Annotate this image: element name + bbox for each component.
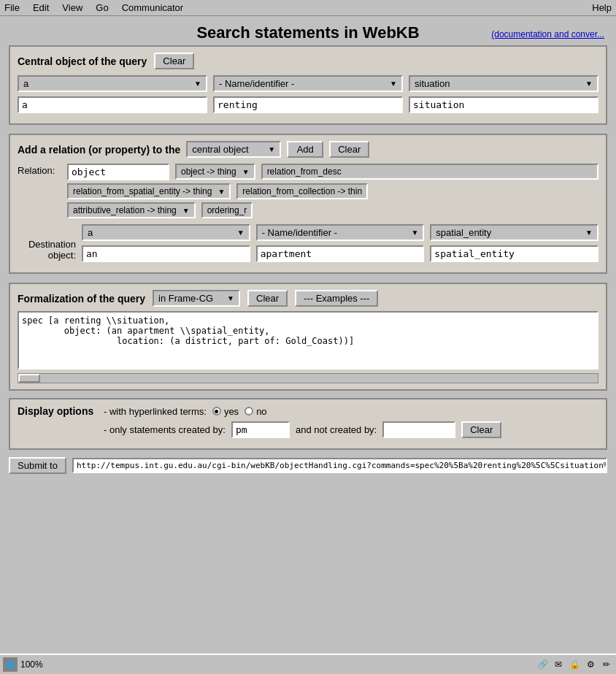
relation-from-desc-dropdown[interactable]: relation_from_desc <box>261 164 598 180</box>
chevron-down-icon: ▼ <box>182 207 190 215</box>
horizontal-scrollbar[interactable] <box>18 373 598 383</box>
relation-section: Add a relation (or property) to the cent… <box>9 134 607 274</box>
dest-input-3[interactable] <box>430 245 598 262</box>
dest-dropdown-2-wrapper: - Name/identifier - ▼ <box>256 224 425 241</box>
taskbar-right: 🔗 ✉ 🔒 ⚙ ✏ <box>536 658 613 671</box>
destination-object-fields: a ▼ - Name/identifier - ▼ spatial_entity <box>82 224 598 267</box>
relation-clear-button[interactable]: Clear <box>329 141 369 158</box>
dest-input-1[interactable] <box>82 245 250 262</box>
menu-edit[interactable]: Edit <box>33 2 49 13</box>
central-input-1[interactable] <box>18 96 207 113</box>
object-thing-dropdown[interactable]: object -> thing ▼ <box>175 164 255 180</box>
dest-dropdown-1[interactable]: a ▼ <box>82 224 250 241</box>
central-object-header: Central object of the query Clear <box>18 53 598 69</box>
central-dropdown-1[interactable]: a ▼ <box>18 75 207 92</box>
submit-button[interactable]: Submit to <box>9 457 66 474</box>
central-dropdown-3[interactable]: situation ▼ <box>409 75 598 92</box>
dest-input-3-wrapper <box>430 245 598 262</box>
created-by-input[interactable] <box>231 421 290 438</box>
formalization-textarea[interactable] <box>18 311 598 369</box>
chevron-down-icon: ▼ <box>237 229 245 237</box>
chevron-down-icon: ▼ <box>585 229 593 237</box>
formalization-examples-button[interactable]: --- Examples --- <box>295 290 378 307</box>
relation-dropdowns-row3: attributive_relation -> thing ▼ ordering… <box>67 202 598 218</box>
menu-view[interactable]: View <box>62 2 82 13</box>
relation-label: Relation: <box>18 164 61 176</box>
central-input-2-wrapper <box>213 96 403 113</box>
attributive-relation-dropdown[interactable]: attributive_relation -> thing ▼ <box>67 202 196 218</box>
central-input-1-wrapper <box>18 96 207 113</box>
formalization-section: Formalization of the query in Frame-CG ▼… <box>9 283 607 391</box>
central-input-3[interactable] <box>409 96 598 113</box>
destination-object-section: Destinationobject: a ▼ - Name/identifier… <box>18 224 598 267</box>
relation-header: Add a relation (or property) to the cent… <box>18 141 598 158</box>
dest-input-1-wrapper <box>82 245 250 262</box>
chevron-down-icon: ▼ <box>217 188 225 196</box>
dest-input-2[interactable] <box>256 245 425 262</box>
not-created-by-label: and not created by: <box>296 424 377 435</box>
central-dropdown-2[interactable]: - Name/identifier - ▼ <box>213 75 403 92</box>
display-options-clear-button[interactable]: Clear <box>461 421 501 438</box>
relation-from-collection-dropdown[interactable]: relation_from_collection -> thin <box>236 183 368 199</box>
chevron-down-icon: ▼ <box>411 229 418 237</box>
yes-radio[interactable] <box>212 407 221 415</box>
no-label: no <box>256 406 266 417</box>
central-object-clear-button[interactable]: Clear <box>154 53 194 69</box>
submit-row: Submit to http://tempus.int.gu.edu.au/cg… <box>9 457 607 474</box>
menu-communicator[interactable]: Communicator <box>122 2 184 13</box>
no-radio-group: no <box>245 406 266 417</box>
taskbar: 🌐 100% 🔗 ✉ 🔒 ⚙ ✏ <box>0 654 616 674</box>
dest-dropdown-3[interactable]: spatial_entity ▼ <box>430 224 598 241</box>
dest-inputs <box>82 245 598 262</box>
central-input-3-wrapper <box>409 96 598 113</box>
relation-target-dropdown[interactable]: central object ▼ <box>186 141 281 158</box>
display-options-label: Display options <box>18 405 98 417</box>
relation-add-button[interactable]: Add <box>287 141 323 158</box>
central-dropdown-2-wrapper: - Name/identifier - ▼ <box>213 75 403 92</box>
dest-dropdown-2[interactable]: - Name/identifier - ▼ <box>256 224 425 241</box>
created-by-row: - only statements created by: and not cr… <box>18 421 598 438</box>
yes-label: yes <box>224 406 239 417</box>
formalization-format-dropdown[interactable]: in Frame-CG ▼ <box>153 290 240 307</box>
network-icon: 🔗 <box>536 658 549 671</box>
not-created-by-input[interactable] <box>382 421 455 438</box>
formalization-label: Formalization of the query <box>18 293 145 305</box>
menu-file[interactable]: File <box>4 2 20 13</box>
submit-url: http://tempus.int.gu.edu.au/cgi-bin/webK… <box>72 458 607 473</box>
chevron-down-icon: ▼ <box>268 145 275 153</box>
dest-dropdown-1-wrapper: a ▼ <box>82 224 250 241</box>
chevron-down-icon: ▼ <box>585 80 593 88</box>
created-by-label: - only statements created by: <box>104 424 226 435</box>
yes-radio-group: yes <box>212 406 239 417</box>
main-content: Search statements in WebKB (documentatio… <box>0 16 616 487</box>
ordering-dropdown[interactable]: ordering_r <box>201 202 253 218</box>
display-options-header: Display options - with hyperlinked terms… <box>18 405 598 417</box>
dest-dropdown-3-wrapper: spatial_entity ▼ <box>430 224 598 241</box>
dest-dropdowns: a ▼ - Name/identifier - ▼ spatial_entity <box>82 224 598 241</box>
relation-row: Relation: object -> thing ▼ relation_fro… <box>18 164 598 180</box>
mail-icon: ✉ <box>552 658 565 671</box>
settings-icon: ⚙ <box>584 658 597 671</box>
dest-input-2-wrapper <box>256 245 425 262</box>
relation-section-label: Add a relation (or property) to the <box>18 144 180 156</box>
chevron-down-icon: ▼ <box>194 80 201 88</box>
central-object-label: Central object of the query <box>18 55 147 67</box>
hyperlink-label: - with hyperlinked terms: <box>104 406 207 417</box>
central-dropdown-3-wrapper: situation ▼ <box>409 75 598 92</box>
no-radio[interactable] <box>245 407 253 415</box>
central-object-dropdowns: a ▼ - Name/identifier - ▼ situation ▼ <box>18 75 598 92</box>
zoom-level: 100% <box>20 659 43 670</box>
relation-from-spatial-dropdown[interactable]: relation_from_spatial_entity -> thing ▼ <box>67 183 231 199</box>
central-object-section: Central object of the query Clear a ▼ - … <box>9 45 607 125</box>
relation-input[interactable] <box>67 164 169 180</box>
taskbar-left: 🌐 100% <box>3 657 43 672</box>
menu-help[interactable]: Help <box>592 2 612 13</box>
taskbar-app-icon: 🌐 <box>3 657 18 672</box>
central-dropdown-1-wrapper: a ▼ <box>18 75 207 92</box>
menu-go[interactable]: Go <box>96 2 108 13</box>
central-input-2[interactable] <box>213 96 403 113</box>
chevron-down-icon: ▼ <box>390 80 397 88</box>
central-object-inputs <box>18 96 598 113</box>
destination-object-label: Destinationobject: <box>18 224 76 261</box>
formalization-clear-button[interactable]: Clear <box>247 290 288 307</box>
